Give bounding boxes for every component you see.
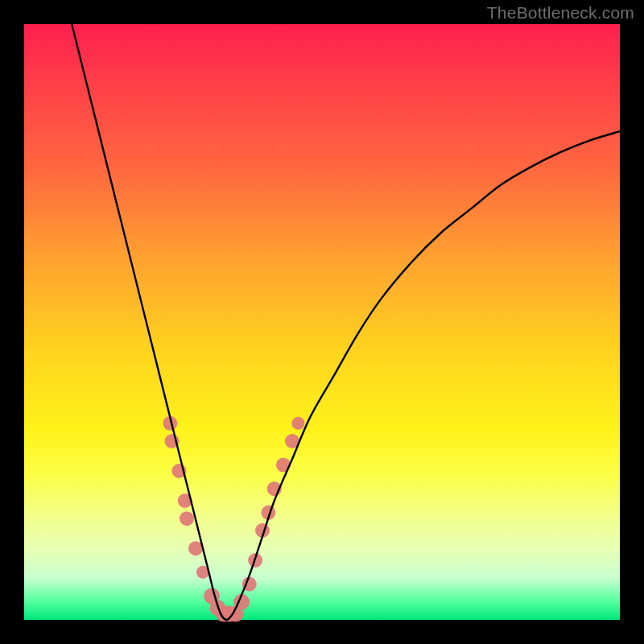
bottleneck-curve	[72, 24, 620, 620]
plot-area	[24, 24, 620, 620]
curve-marker	[291, 417, 304, 430]
marker-layer	[163, 416, 304, 622]
chart-svg	[24, 24, 620, 620]
chart-frame: TheBottleneck.com	[0, 0, 644, 644]
watermark-text: TheBottleneck.com	[487, 3, 634, 23]
curve-marker	[180, 511, 194, 526]
